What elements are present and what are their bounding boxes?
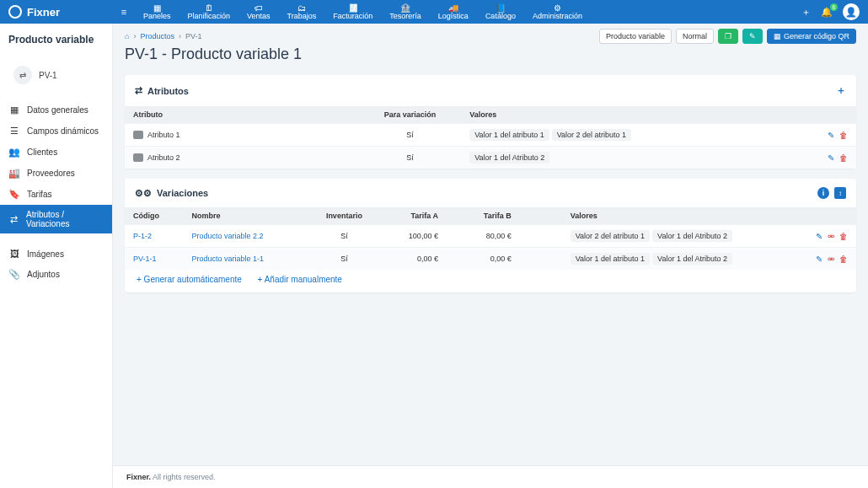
sidebar-item-proveedores[interactable]: 🏭Proveedores	[0, 163, 112, 184]
attribute-row: Atributo 2 Sí Valor 1 del Atributo 2 ✎🗑	[125, 147, 856, 169]
menu-toggle-icon[interactable]: ≡	[113, 7, 135, 17]
normal-button[interactable]: Normal	[676, 29, 714, 44]
footer: Fixner. All rights reserved.	[113, 465, 868, 488]
image-icon: 🖼	[8, 249, 20, 259]
breadcrumb-current: PV-1	[185, 32, 202, 40]
nav-administracion[interactable]: ⚙Administración	[524, 3, 591, 21]
variations-icon: ⚙⚙	[135, 188, 152, 199]
paperclip-icon: 📎	[8, 269, 20, 280]
delete-icon[interactable]: 🗑	[839, 232, 848, 241]
delete-icon[interactable]: 🗑	[839, 131, 848, 140]
add-attribute-button[interactable]: ＋	[836, 83, 846, 98]
attributes-table: Atributo Para variación Valores Atributo…	[125, 106, 856, 169]
sidebar-item-atributos-variaciones[interactable]: ⇄Atributos / Variaciones	[0, 205, 112, 233]
delete-icon[interactable]: 🗑	[839, 255, 848, 264]
unlink-icon[interactable]: ⚮	[828, 232, 834, 241]
value-tag: Valor 1 del Atributo 2	[652, 253, 732, 265]
sidebar-item-adjuntos[interactable]: 📎Adjuntos	[0, 264, 112, 285]
edit-icon[interactable]: ✎	[816, 232, 822, 241]
nav-trabajos[interactable]: 🗂Trabajos	[279, 3, 325, 21]
info-icon[interactable]: i	[817, 187, 829, 199]
value-tag: Valor 1 del Atributo 2	[469, 152, 549, 164]
breadcrumb: ⌂ › Productos › PV-1	[125, 32, 201, 40]
variation-name-link[interactable]: Producto variable 2.2	[191, 232, 263, 240]
nav-ventas[interactable]: 🏷Ventas	[238, 3, 279, 21]
nav-facturacion[interactable]: 🧾Facturación	[324, 3, 381, 21]
copy-button[interactable]: ❐	[718, 29, 738, 44]
sidebar-title: Producto variable	[0, 24, 112, 56]
variations-table: Código Nombre Inventario Tarifa A Tarifa…	[125, 207, 856, 270]
col-nombre: Nombre	[183, 207, 314, 225]
content: ⌂ › Productos › PV-1 Producto variable N…	[113, 24, 868, 488]
edit-button[interactable]: ✎	[742, 29, 763, 44]
main-nav: ≡ ▦Paneles 🗓Planificación 🏷Ventas 🗂Traba…	[113, 0, 591, 24]
card-icon: ▦	[8, 105, 20, 115]
bookmark-icon: 🔖	[8, 189, 20, 200]
variation-name-link[interactable]: Producto variable 1-1	[191, 255, 264, 263]
attribute-icon	[133, 153, 143, 162]
col-variacion: Para variación	[359, 106, 462, 124]
panel-variaciones-title: Variaciones	[157, 188, 208, 198]
edit-icon[interactable]: ✎	[816, 255, 822, 264]
col-tarifa-b: Tarifa B	[447, 207, 520, 225]
panel-atributos-title: Atributos	[147, 86, 189, 96]
breadcrumb-home[interactable]: ⌂	[125, 32, 129, 40]
factory-icon: 🏭	[8, 168, 20, 179]
col-valores: Valores	[520, 207, 797, 225]
variation-code-link[interactable]: PV-1-1	[133, 255, 157, 263]
notification-badge: 6	[830, 3, 838, 11]
col-tarifa-a: Tarifa A	[373, 207, 447, 225]
product-chip[interactable]: ⇄ PV-1	[5, 61, 107, 89]
value-tag: Valor 1 del atributo 1	[571, 253, 650, 265]
panel-atributos: ⇄ Atributos ＋ Atributo Para variación Va…	[125, 75, 856, 169]
add-icon[interactable]: ＋	[801, 6, 811, 19]
delete-icon[interactable]: 🗑	[839, 153, 848, 163]
nav-catalogo[interactable]: 📘Catálogo	[477, 3, 524, 21]
col-atributo: Atributo	[125, 106, 359, 124]
nav-logistica[interactable]: 🚚Logística	[430, 3, 477, 21]
swap-icon: ⇄	[8, 214, 19, 225]
col-codigo: Código	[125, 207, 183, 225]
attribute-icon	[133, 131, 143, 139]
value-tag: Valor 2 del atributo 1	[571, 230, 650, 242]
col-inventario: Inventario	[315, 207, 373, 225]
unlink-icon[interactable]: ⚮	[828, 255, 834, 264]
expand-icon[interactable]: ↕	[834, 187, 846, 199]
value-tag: Valor 2 del atributo 1	[552, 129, 631, 141]
chip-label: PV-1	[39, 71, 57, 80]
breadcrumb-productos[interactable]: Productos	[140, 32, 174, 40]
topbar-right: ＋ 🔔6 👤	[801, 3, 860, 20]
edit-icon[interactable]: ✎	[828, 153, 834, 163]
list-icon: ☰	[8, 126, 20, 137]
col-valores: Valores	[461, 106, 806, 124]
generar-qr-button[interactable]: ▦ Generar código QR	[767, 29, 856, 44]
brand-icon	[8, 5, 22, 19]
variation-row: P-1-2 Producto variable 2.2 Sí 100,00 € …	[125, 225, 856, 248]
edit-icon[interactable]: ✎	[828, 131, 834, 140]
page-title: PV-1 - Producto variable 1	[113, 46, 868, 70]
user-avatar[interactable]: 👤	[843, 3, 860, 20]
nav-planificacion[interactable]: 🗓Planificación	[179, 3, 239, 21]
producto-variable-button[interactable]: Producto variable	[599, 29, 672, 44]
sidebar-item-tarifas[interactable]: 🔖Tarifas	[0, 184, 112, 205]
value-tag: Valor 1 del Atributo 2	[652, 230, 732, 242]
chip-icon: ⇄	[13, 66, 32, 84]
sidebar: Producto variable ⇄ PV-1 ▦Datos generale…	[0, 24, 113, 488]
sidebar-item-datos-generales[interactable]: ▦Datos generales	[0, 99, 112, 121]
attribute-row: Atributo 1 Sí Valor 1 del atributo 1Valo…	[125, 124, 856, 147]
sidebar-item-imagenes[interactable]: 🖼Imágenes	[0, 244, 112, 264]
nav-tesoreria[interactable]: 🏦Tesorería	[381, 3, 430, 21]
brand-label: Fixner	[27, 6, 60, 19]
users-icon: 👥	[8, 147, 20, 158]
sidebar-item-clientes[interactable]: 👥Clientes	[0, 142, 112, 163]
generar-auto-link[interactable]: + Generar automáticamente	[137, 275, 242, 284]
anadir-manual-link[interactable]: + Añadir manualmente	[258, 275, 342, 284]
value-tag: Valor 1 del atributo 1	[469, 129, 549, 141]
brand[interactable]: Fixner	[8, 5, 113, 19]
attributes-icon: ⇄	[135, 85, 142, 96]
sidebar-item-campos-dinamicos[interactable]: ☰Campos dinámicos	[0, 121, 112, 142]
nav-paneles[interactable]: ▦Paneles	[135, 3, 179, 21]
bell-icon[interactable]: 🔔6	[821, 7, 833, 18]
variation-code-link[interactable]: P-1-2	[133, 232, 152, 240]
variation-row: PV-1-1 Producto variable 1-1 Sí 0,00 € 0…	[125, 248, 856, 271]
